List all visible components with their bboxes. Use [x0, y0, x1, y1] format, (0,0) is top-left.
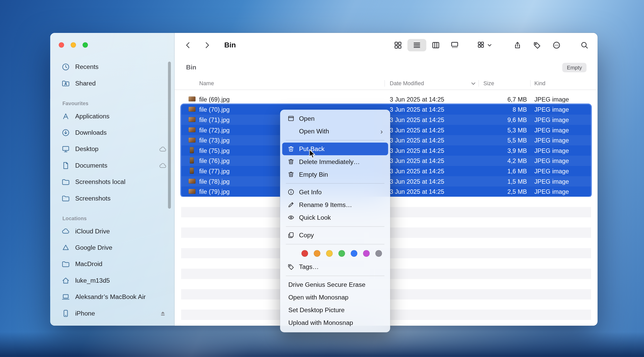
menu-item-quick-look[interactable]: Quick Look: [282, 211, 388, 224]
tag-color-yellow[interactable]: [326, 250, 333, 257]
menu-item-open-with[interactable]: Open With›: [282, 125, 388, 138]
sidebar-item-screenshots-local[interactable]: Screenshots local: [50, 174, 174, 190]
menu-item-tags[interactable]: Tags…: [282, 260, 388, 273]
sidebar-item-aleksandr-s-macbook-air[interactable]: Aleksandr’s MacBook Air: [50, 289, 174, 305]
sidebar-item-downloads[interactable]: Downloads: [50, 124, 174, 141]
column-header-size[interactable]: Size: [483, 80, 494, 87]
file-kind: JPEG image: [527, 147, 591, 154]
zoom-button[interactable]: [83, 42, 88, 48]
file-size: 5,3 MB: [488, 126, 527, 133]
file-date-modified: 3 Jun 2025 at 14:25: [390, 188, 489, 195]
phone-icon: [62, 309, 70, 318]
sidebar-item-applications[interactable]: Applications: [50, 108, 174, 124]
icon-view-button[interactable]: [389, 39, 407, 52]
empty-bin-button[interactable]: Empty: [562, 63, 586, 72]
tag-color-row: [280, 246, 390, 260]
sidebar-item-documents[interactable]: Documents: [50, 157, 174, 174]
column-view-icon: [432, 41, 440, 49]
sidebar-item-label: Screenshots local: [75, 178, 125, 186]
column-divider: [530, 80, 531, 87]
sidebar-item-desktop[interactable]: Desktop: [50, 141, 174, 157]
file-size: 8 MB: [488, 106, 527, 113]
group-button[interactable]: [473, 39, 496, 52]
sidebar-item-luke-m13d5[interactable]: luke_m13d5: [50, 272, 174, 289]
sidebar-item-macdroid[interactable]: MacDroid: [50, 256, 174, 272]
tag-color-red[interactable]: [302, 250, 308, 257]
menu-separator: [286, 140, 384, 140]
gallery-view-button[interactable]: [445, 39, 464, 52]
sidebar-item-screenshots[interactable]: Screenshots: [50, 190, 174, 206]
tag-color-orange[interactable]: [314, 250, 320, 257]
file-size: 9,6 MB: [488, 116, 527, 123]
menu-item-rename-9-items[interactable]: Rename 9 Items…: [282, 198, 388, 211]
menu-item-get-info[interactable]: Get Info: [282, 186, 388, 198]
mouse-cursor-icon: [308, 149, 316, 159]
menu-item-delete-immediately[interactable]: Delete Immediately…: [282, 155, 388, 168]
menu-item-open[interactable]: Open: [282, 112, 388, 125]
back-button[interactable]: [182, 39, 195, 52]
close-button[interactable]: [59, 42, 64, 48]
column-view-button[interactable]: [426, 39, 445, 52]
menu-separator: [286, 275, 384, 276]
sidebar-section-header-favourites: Favourites: [50, 99, 174, 108]
copy-icon: [288, 232, 295, 239]
tag-icon: [288, 263, 295, 270]
more-button[interactable]: [550, 39, 563, 52]
minimize-button[interactable]: [71, 42, 76, 48]
menu-item-label: Open With: [299, 127, 329, 135]
sidebar-item-google-drive[interactable]: Google Drive: [50, 239, 174, 256]
menu-item-drive-genius-secure-erase[interactable]: Drive Genius Secure Erase: [282, 278, 388, 291]
tag-color-blue[interactable]: [351, 250, 357, 257]
folder-icon: [62, 260, 70, 268]
column-header-date-modified[interactable]: Date Modified: [390, 80, 424, 87]
chevron-down-icon: [487, 44, 491, 47]
tag-icon: [533, 41, 541, 49]
column-header-kind[interactable]: Kind: [534, 80, 546, 87]
menu-item-label: Open: [299, 115, 314, 122]
sidebar-item-label: Google Drive: [75, 244, 112, 252]
submenu-arrow-icon: ›: [380, 127, 384, 135]
menu-item-put-back[interactable]: Put Back: [282, 142, 388, 155]
tag-color-green[interactable]: [338, 250, 345, 257]
sidebar-item-shared[interactable]: Shared: [50, 75, 174, 91]
file-kind: JPEG image: [527, 188, 591, 195]
menu-item-copy[interactable]: Copy: [282, 229, 388, 241]
list-view-button[interactable]: [407, 39, 426, 52]
file-date-modified: 3 Jun 2025 at 14:25: [390, 157, 489, 164]
file-date-modified: 3 Jun 2025 at 14:25: [390, 147, 489, 154]
sidebar-item-label: Shared: [75, 80, 96, 87]
file-thumbnail-icon: [189, 189, 196, 194]
file-kind: JPEG image: [527, 126, 591, 133]
file-kind: JPEG image: [527, 116, 591, 123]
cloud-icon: [159, 145, 167, 153]
sort-descending-icon[interactable]: [471, 82, 476, 85]
file-kind: JPEG image: [527, 106, 591, 113]
share-button[interactable]: [511, 39, 524, 52]
tag-color-purple[interactable]: [363, 250, 370, 257]
rename-icon: [288, 201, 295, 208]
forward-button[interactable]: [201, 39, 214, 52]
file-thumbnail-icon: [189, 97, 196, 102]
sidebar-scrollbar[interactable]: [168, 62, 171, 209]
sidebar-item-iphone[interactable]: iPhone: [50, 305, 174, 322]
sidebar-item-recents[interactable]: Recents: [50, 59, 174, 75]
column-header-name[interactable]: Name: [199, 80, 214, 87]
menu-item-open-with-monosnap[interactable]: Open with Monosnap: [282, 291, 388, 304]
folder-icon: [62, 194, 70, 203]
tag-color-grey[interactable]: [375, 250, 382, 257]
search-button[interactable]: [578, 39, 591, 52]
file-date-modified: 3 Jun 2025 at 14:25: [390, 178, 489, 185]
sidebar-item-label: Desktop: [75, 145, 98, 153]
tag-button[interactable]: [531, 39, 544, 52]
file-row-file-69-jpg[interactable]: file (69).jpg3 Jun 2025 at 14:256,7 MBJP…: [181, 94, 591, 104]
menu-item-set-desktop-picture[interactable]: Set Desktop Picture: [282, 304, 388, 316]
file-date-modified: 3 Jun 2025 at 14:25: [390, 106, 489, 113]
menu-item-empty-bin[interactable]: Empty Bin: [282, 168, 388, 181]
menu-item-label: Tags…: [299, 263, 319, 270]
file-kind: JPEG image: [527, 168, 591, 175]
sidebar-item-label: luke_m13d5: [75, 277, 110, 284]
menu-item-upload-with-monosnap[interactable]: Upload with Monosnap: [282, 316, 388, 329]
sidebar-item-icloud-drive[interactable]: iCloud Drive: [50, 223, 174, 239]
file-size: 1,6 MB: [488, 168, 527, 175]
file-date-modified: 3 Jun 2025 at 14:25: [390, 168, 489, 175]
